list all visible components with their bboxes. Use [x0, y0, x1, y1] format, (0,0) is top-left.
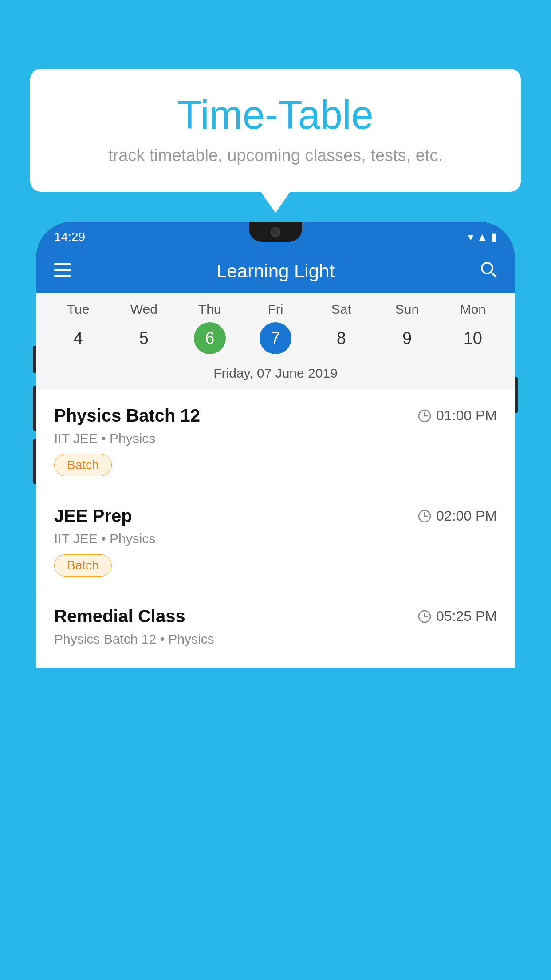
class-list: Physics Batch 12 01:00 PMIIT JEE • Physi… — [36, 390, 515, 668]
day-number[interactable]: 6 — [194, 322, 226, 354]
class-item[interactable]: Remedial Class 05:25 PMPhysics Batch 12 … — [36, 590, 515, 668]
search-icon[interactable] — [480, 261, 497, 282]
camera — [271, 227, 280, 237]
phone-frame: 14:29 ▾ ▲ ▮ Learning Light — [36, 222, 515, 668]
calendar-days: Tue4Wed5Thu6Fri7Sat8Sun9Mon10 — [41, 302, 510, 359]
day-name: Sun — [395, 302, 419, 317]
power-button — [515, 377, 518, 413]
battery-icon: ▮ — [491, 231, 497, 243]
day-name: Mon — [460, 302, 486, 317]
class-item-header: Physics Batch 12 01:00 PM — [54, 406, 497, 426]
calendar-day-col[interactable]: Thu6 — [177, 302, 243, 359]
svg-rect-2 — [54, 275, 71, 277]
day-name: Sat — [331, 302, 351, 317]
batch-badge: Batch — [54, 454, 112, 476]
class-subtitle: IIT JEE • Physics — [54, 531, 497, 546]
calendar-day-col[interactable]: Fri7 — [243, 302, 308, 359]
svg-rect-1 — [54, 269, 71, 271]
calendar-day-col[interactable]: Sun9 — [374, 302, 440, 359]
day-number[interactable]: 7 — [260, 322, 291, 354]
day-name: Wed — [130, 302, 157, 317]
day-number[interactable]: 5 — [128, 322, 160, 354]
volume-down-button — [33, 439, 36, 484]
calendar-day-col[interactable]: Sat8 — [308, 302, 374, 359]
class-item-header: JEE Prep 02:00 PM — [54, 506, 497, 526]
class-subtitle: Physics Batch 12 • Physics — [54, 632, 497, 647]
bubble-title: Time-Table — [57, 93, 494, 137]
menu-icon[interactable] — [54, 262, 71, 281]
speech-bubble: Time-Table track timetable, upcoming cla… — [30, 69, 521, 192]
class-name: Remedial Class — [54, 606, 185, 626]
day-number[interactable]: 9 — [391, 322, 423, 354]
day-number[interactable]: 8 — [325, 322, 357, 354]
app-bar: Learning Light — [36, 249, 515, 293]
calendar-day-col[interactable]: Mon10 — [440, 302, 506, 359]
svg-line-4 — [491, 272, 496, 277]
class-name: JEE Prep — [54, 506, 132, 526]
app-title: Learning Light — [216, 261, 335, 282]
signal-icon: ▲ — [477, 231, 488, 243]
clock-icon — [417, 509, 432, 523]
class-subtitle: IIT JEE • Physics — [54, 431, 497, 446]
day-name: Fri — [268, 302, 283, 317]
day-name: Thu — [198, 302, 221, 317]
status-icons: ▾ ▲ ▮ — [468, 231, 497, 243]
day-number[interactable]: 4 — [62, 322, 94, 354]
status-time: 14:29 — [54, 230, 85, 244]
class-item-header: Remedial Class 05:25 PM — [54, 606, 497, 626]
class-time: 02:00 PM — [417, 508, 497, 524]
class-item[interactable]: Physics Batch 12 01:00 PMIIT JEE • Physi… — [36, 390, 515, 490]
volume-up-button — [33, 386, 36, 431]
bubble-subtitle: track timetable, upcoming classes, tests… — [57, 146, 494, 165]
selected-date: Friday, 07 June 2019 — [41, 359, 510, 390]
calendar-day-col[interactable]: Wed5 — [111, 302, 177, 359]
clock-icon — [417, 409, 432, 423]
svg-rect-0 — [54, 263, 71, 265]
batch-badge: Batch — [54, 554, 112, 577]
calendar-strip: Tue4Wed5Thu6Fri7Sat8Sun9Mon10 Friday, 07… — [36, 293, 515, 390]
class-time: 05:25 PM — [417, 608, 497, 624]
class-name: Physics Batch 12 — [54, 406, 200, 426]
notch — [249, 222, 302, 242]
clock-icon — [417, 609, 432, 624]
day-number[interactable]: 10 — [457, 322, 489, 354]
class-item[interactable]: JEE Prep 02:00 PMIIT JEE • PhysicsBatch — [36, 490, 515, 590]
mute-button — [33, 346, 36, 373]
class-time: 01:00 PM — [417, 407, 497, 424]
day-name: Tue — [67, 302, 90, 317]
wifi-icon: ▾ — [468, 231, 473, 243]
phone-wrapper: 14:29 ▾ ▲ ▮ Learning Light — [36, 222, 515, 980]
calendar-day-col[interactable]: Tue4 — [45, 302, 111, 359]
